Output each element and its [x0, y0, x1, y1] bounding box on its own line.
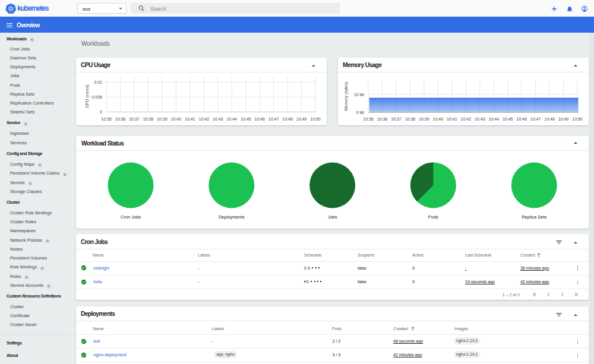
svg-text:10:40: 10:40	[171, 117, 182, 121]
svg-text:10:48: 10:48	[544, 117, 555, 121]
svg-text:0.005: 0.005	[91, 95, 102, 99]
svg-text:10:42: 10:42	[199, 117, 210, 121]
svg-text:10 Mi: 10 Mi	[354, 93, 365, 97]
svg-text:Memory (bytes): Memory (bytes)	[344, 82, 349, 111]
svg-text:0 Mi: 0 Mi	[356, 110, 365, 115]
svg-text:10:48: 10:48	[282, 117, 293, 121]
svg-text:Pods: Pods	[428, 214, 438, 220]
svg-text:10:39: 10:39	[157, 117, 168, 121]
svg-text:10:45: 10:45	[503, 117, 513, 121]
svg-text:10:41: 10:41	[185, 117, 195, 121]
svg-text:10:37: 10:37	[391, 117, 402, 121]
svg-text:10:49: 10:49	[296, 117, 307, 121]
svg-text:10:43: 10:43	[475, 117, 485, 121]
svg-text:10:47: 10:47	[530, 117, 541, 121]
svg-text:10:42: 10:42	[461, 117, 472, 121]
svg-text:Jobs: Jobs	[328, 214, 337, 220]
svg-text:Replica Sets: Replica Sets	[522, 214, 546, 220]
svg-text:10:50: 10:50	[310, 117, 321, 121]
svg-text:10:46: 10:46	[254, 117, 265, 121]
svg-text:10:39: 10:39	[419, 117, 429, 121]
svg-text:10:41: 10:41	[447, 117, 457, 121]
svg-text:10:47: 10:47	[268, 117, 279, 121]
svg-text:10:49: 10:49	[558, 117, 569, 121]
svg-text:0: 0	[100, 110, 102, 114]
svg-text:10:38: 10:38	[405, 117, 416, 121]
svg-text:10:36: 10:36	[377, 117, 388, 121]
svg-text:10:50: 10:50	[572, 117, 583, 121]
svg-text:10:45: 10:45	[241, 117, 251, 121]
svg-text:Cron Jobs: Cron Jobs	[121, 214, 141, 220]
svg-text:Deployments: Deployments	[219, 214, 245, 220]
svg-text:10:35: 10:35	[363, 117, 374, 121]
svg-text:10:37: 10:37	[129, 117, 140, 121]
svg-text:CPU (cores): CPU (cores)	[85, 85, 90, 108]
svg-text:10:38: 10:38	[143, 117, 154, 121]
svg-text:10:44: 10:44	[488, 117, 499, 121]
svg-text:10:40: 10:40	[433, 117, 444, 121]
svg-text:10:35: 10:35	[101, 117, 112, 121]
svg-text:10:44: 10:44	[226, 117, 237, 121]
svg-text:0.01: 0.01	[94, 80, 102, 84]
svg-text:10:36: 10:36	[115, 117, 126, 121]
svg-text:10:43: 10:43	[213, 117, 223, 121]
svg-text:10:46: 10:46	[516, 117, 527, 121]
